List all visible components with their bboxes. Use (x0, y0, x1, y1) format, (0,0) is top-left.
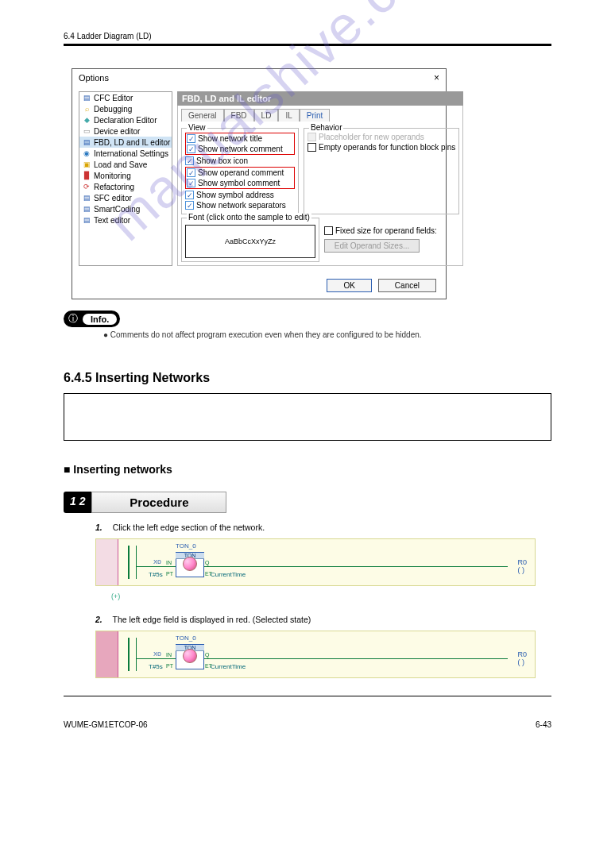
tab-strip: General FBD LD IL Print (181, 109, 459, 122)
rail-2-icon (136, 546, 137, 579)
ok-button[interactable]: OK (327, 279, 371, 292)
cat-smart[interactable]: ▤SmartCoding (79, 203, 172, 214)
behavior-label: Behavior (309, 123, 343, 132)
checkbox-icon: ✓ (185, 201, 194, 210)
chk-network-comment[interactable]: ✓Show network comment (187, 144, 293, 154)
tab-general[interactable]: General (181, 109, 224, 122)
contact-label: X0 (153, 558, 161, 565)
footer-rule (64, 696, 551, 696)
info-badge: ⓘ Info. (64, 311, 120, 327)
checkbox-icon (324, 226, 333, 235)
et-value: CurrentTime (211, 663, 246, 670)
footer-page: 6-43 (536, 720, 551, 729)
pin-in: IN (166, 560, 172, 565)
view-label: View (187, 123, 207, 132)
procedure-number-icon: 1 2 (64, 492, 91, 513)
font-sample[interactable]: AaBbCcXxYyZz (185, 225, 315, 258)
pt-value: T#5s (149, 571, 163, 578)
bug-icon: ⌕ (82, 104, 91, 114)
dialog-title: Options (79, 73, 109, 83)
cat-cfc[interactable]: ▤CFC Editor (79, 92, 172, 103)
checkbox-icon: ✓ (185, 191, 194, 199)
save-icon: ▣ (82, 160, 91, 169)
font-group: Font (click onto the sample to edit) AaB… (181, 218, 319, 262)
fbd-icon: ▤ (82, 137, 91, 147)
step-number: 2. (95, 615, 102, 624)
procedure-label: Procedure (91, 492, 226, 513)
step-body: The left edge field is displayed in red.… (113, 615, 311, 624)
power-rail-icon (128, 638, 130, 671)
pin-pt: PT (166, 571, 173, 577)
step-body: Click the left edge section of the netwo… (113, 523, 265, 532)
settings-pane: FBD, LD and IL editor General FBD LD IL … (177, 91, 463, 266)
chk-symbol-comment[interactable]: ✓Show symbol comment (187, 178, 293, 188)
procedure-header: 1 2 Procedure (64, 492, 551, 513)
cat-fbd[interactable]: ▤FBD, LD and IL editor (79, 137, 172, 148)
section-heading: 6.4.5 Inserting Networks (64, 371, 551, 385)
highlight-box-1: ✓Show network title ✓Show network commen… (185, 133, 295, 155)
chk-empty-operands[interactable]: Empty operands for function block pins (308, 142, 455, 152)
device-icon: ▭ (82, 126, 91, 136)
cat-debug[interactable]: ⌕Debugging (79, 103, 172, 114)
cancel-button[interactable]: Cancel (378, 279, 436, 292)
checkbox-icon: ✓ (187, 168, 195, 177)
cat-device[interactable]: ▭Device editor (79, 125, 172, 137)
fb-instance-name: TON_0 (176, 635, 196, 642)
collapse-marker[interactable]: (+) (111, 592, 551, 600)
cat-text[interactable]: ▤Text editor (79, 214, 172, 226)
doc-icon: ▤ (82, 93, 91, 102)
checkbox-icon (308, 143, 316, 152)
options-dialog: Options × ▤CFC Editor ⌕Debugging ◆Declar… (72, 68, 447, 299)
monitor-icon: ▉ (82, 171, 91, 180)
tab-print[interactable]: Print (300, 109, 331, 122)
cat-monitor[interactable]: ▉Monitoring (79, 170, 172, 181)
chk-box-icon[interactable]: ✓Show box icon (185, 156, 295, 166)
pin-in: IN (166, 652, 172, 658)
rail-2-icon (136, 638, 137, 671)
info-label: Info. (83, 314, 117, 325)
coil-label: R0( ) (517, 558, 527, 574)
chk-operand-comment[interactable]: ✓Show operand comment (187, 168, 293, 178)
cat-sfc[interactable]: ▤SFC editor (79, 192, 172, 203)
et-value: CurrentTime (211, 571, 246, 578)
chk-fixed-size[interactable]: Fixed size for operand fields: (324, 226, 459, 236)
cat-refactor[interactable]: ⟳Refactoring (79, 181, 172, 192)
tab-fbd[interactable]: FBD (224, 109, 254, 122)
font-label: Font (click onto the sample to edit) (187, 213, 311, 222)
network-margin-selected[interactable] (96, 631, 118, 677)
pin-q: Q (205, 560, 209, 565)
chk-network-title[interactable]: ✓Show network title (187, 133, 293, 144)
chk-symbol-address[interactable]: ✓Show symbol address (185, 190, 295, 200)
checkbox-icon: ✓ (185, 156, 194, 165)
tab-il[interactable]: IL (278, 109, 299, 122)
refactor-icon: ⟳ (82, 182, 91, 191)
close-icon[interactable]: × (434, 72, 439, 83)
cat-loadsave[interactable]: ▣Load and Save (79, 159, 172, 170)
cat-decl[interactable]: ◆Declaration Editor (79, 114, 172, 125)
smart-icon: ▤ (82, 204, 91, 214)
info-text: ● Comments do not affect program executi… (103, 330, 551, 339)
breadcrumb: 6.4 Ladder Diagram (LD) (64, 32, 152, 41)
step-number: 1. (95, 523, 102, 532)
behavior-group: Behavior Placeholder for new operands Em… (304, 128, 459, 214)
category-list[interactable]: ▤CFC Editor ⌕Debugging ◆Declaration Edit… (79, 91, 172, 266)
pin-q: Q (205, 652, 209, 658)
checkbox-icon: ✓ (187, 179, 195, 187)
chk-network-separators[interactable]: ✓Show network separators (185, 200, 295, 210)
timer-icon (183, 649, 197, 663)
step-1: 1. Click the left edge section of the ne… (95, 523, 551, 532)
timer-icon (183, 557, 197, 571)
tab-ld[interactable]: LD (254, 109, 279, 122)
chk-placeholder: Placeholder for new operands (308, 132, 455, 142)
header-rule (64, 44, 551, 46)
decl-icon: ◆ (82, 115, 91, 125)
cat-intl[interactable]: ◉International Settings (79, 148, 172, 159)
ladder-diagram-2: X0 T#5s TON_0 TON IN PT Q ET CurrentTime… (95, 631, 536, 678)
step-2: 2. The left edge field is displayed in r… (95, 615, 551, 624)
contact-label: X0 (153, 650, 161, 658)
checkbox-icon: ✓ (187, 134, 195, 143)
fb-instance-name: TON_0 (176, 542, 196, 550)
network-margin[interactable] (96, 539, 118, 585)
highlight-box-2: ✓Show operand comment ✓Show symbol comme… (185, 167, 295, 189)
checkbox-icon: ✓ (187, 145, 195, 153)
